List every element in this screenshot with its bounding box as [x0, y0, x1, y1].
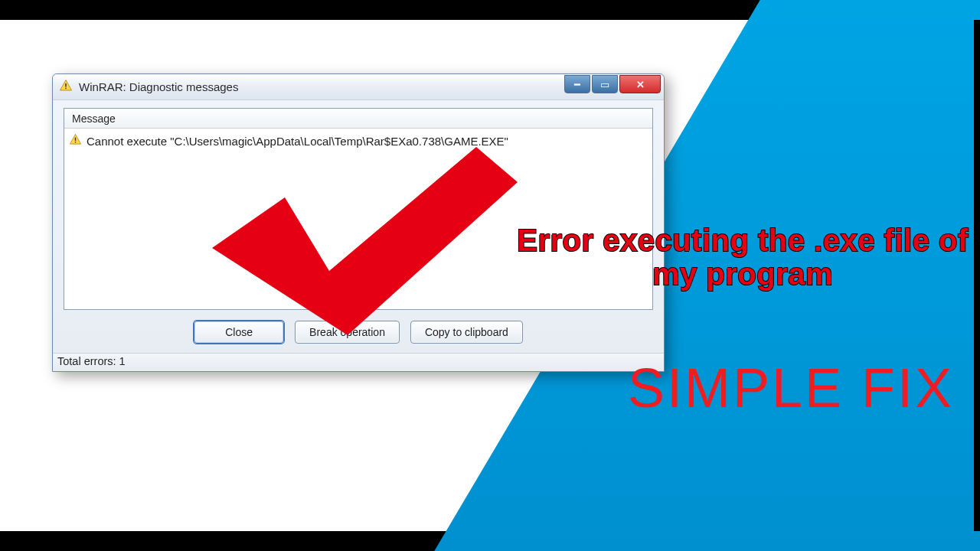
titlebar[interactable]: WinRAR: Diagnostic messages ━ ▭ ✕ [53, 74, 664, 100]
window-title: WinRAR: Diagnostic messages [79, 80, 564, 93]
column-header-message[interactable]: Message [64, 109, 652, 129]
warning-icon [59, 79, 73, 96]
svg-rect-2 [75, 138, 76, 141]
maximize-button[interactable]: ▭ [592, 75, 618, 93]
svg-rect-1 [65, 87, 67, 89]
close-window-button[interactable]: ✕ [619, 75, 661, 93]
warning-icon [69, 133, 82, 148]
thumbnail-headline: Error executing the .exe file of my prog… [505, 223, 980, 291]
thumbnail-tagline: SIMPLE FIX [628, 357, 954, 419]
svg-rect-3 [75, 142, 76, 142]
minimize-button[interactable]: ━ [564, 75, 590, 93]
svg-rect-0 [65, 83, 67, 87]
right-strip [974, 20, 980, 531]
status-bar: Total errors: 1 [53, 353, 664, 371]
checkmark-icon [201, 142, 530, 341]
